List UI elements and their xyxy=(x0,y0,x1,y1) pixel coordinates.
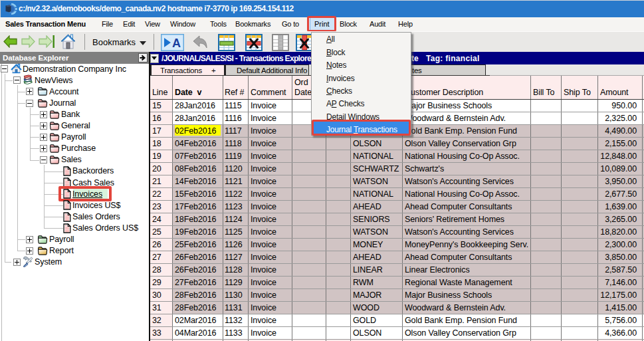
svg-text:A: A xyxy=(172,37,181,50)
